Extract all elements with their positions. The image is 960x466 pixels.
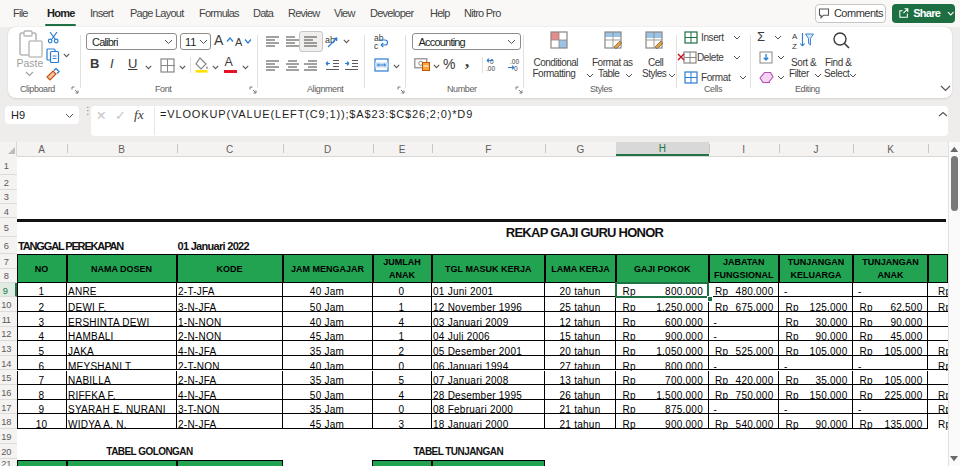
svg-text:.00: .00	[510, 58, 519, 65]
svg-text:.00: .00	[486, 65, 495, 72]
svg-text:ab: ab	[325, 35, 335, 45]
svg-text:Z: Z	[792, 42, 797, 51]
svg-text:0: 0	[514, 65, 518, 72]
svg-text:A: A	[792, 32, 798, 41]
svg-text:0: 0	[490, 58, 494, 65]
